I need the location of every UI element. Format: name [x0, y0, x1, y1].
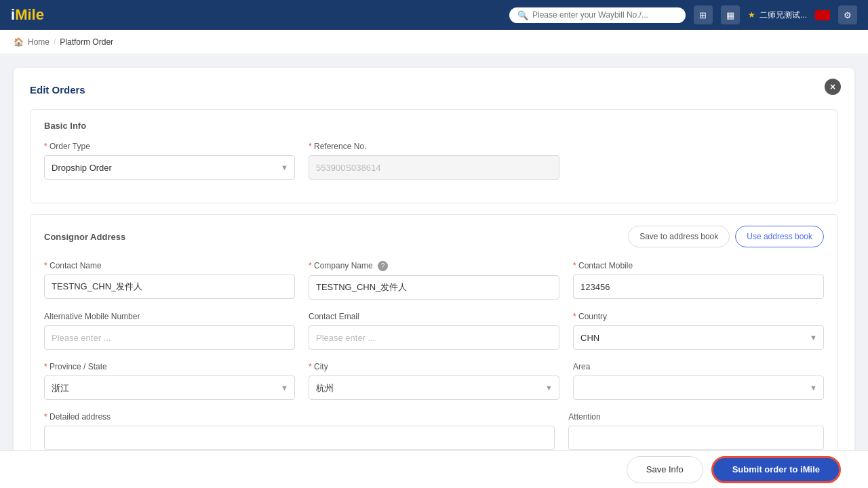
area-label: Area — [573, 362, 824, 371]
area-select[interactable] — [573, 375, 824, 400]
company-help-icon[interactable]: ? — [378, 261, 388, 271]
breadcrumb: 🏠 Home / Platform Order — [0, 30, 868, 54]
contact-mobile-input[interactable] — [573, 274, 824, 299]
province-select-wrapper: 浙江 ▼ — [44, 375, 295, 400]
search-input[interactable] — [532, 10, 677, 20]
edit-orders-card: Edit Orders × Basic Info Order Type Drop… — [14, 68, 854, 488]
city-select[interactable]: 杭州 — [309, 375, 559, 400]
city-label: City — [309, 362, 559, 371]
detailed-address-label: Detailed address — [44, 412, 555, 422]
consignor-header: Consignor Address Save to address book U… — [44, 226, 824, 247]
breadcrumb-current: Platform Order — [60, 37, 113, 47]
company-name-input[interactable] — [309, 275, 559, 300]
address-buttons: Save to address book Use address book — [628, 226, 824, 247]
detailed-address-input[interactable] — [44, 426, 555, 450]
basic-info-section: Basic Info Order Type Dropship Order Sta… — [30, 109, 838, 203]
country-group: Country CHN USA GBR ▼ — [573, 312, 824, 350]
consignor-section: Consignor Address Save to address book U… — [30, 214, 838, 474]
notification-icon[interactable]: ⊞ — [694, 5, 713, 24]
alt-mobile-group: Alternative Mobile Number — [44, 312, 295, 350]
language-flag[interactable] — [815, 10, 830, 20]
detailed-address-group: Detailed address — [44, 412, 555, 450]
search-icon: 🔍 — [517, 10, 528, 20]
city-group: City 杭州 ▼ — [309, 362, 559, 400]
contact-email-group: Contact Email — [309, 312, 559, 350]
search-bar: 🔍 — [509, 7, 686, 23]
alt-mobile-label: Alternative Mobile Number — [44, 312, 295, 321]
contact-name-group: Contact Name — [44, 261, 295, 300]
contact-email-input[interactable] — [309, 325, 559, 350]
basic-info-title: Basic Info — [44, 121, 824, 131]
company-name-group: Company Name ? — [309, 261, 559, 300]
attention-input[interactable] — [568, 426, 824, 450]
area-group: Area ▼ — [573, 362, 824, 400]
city-select-wrapper: 杭州 ▼ — [309, 375, 559, 400]
order-type-select-wrapper: Dropship Order Standard Order ▼ — [44, 155, 295, 180]
breadcrumb-home[interactable]: Home — [28, 37, 50, 47]
user-profile[interactable]: ★ 二师兄测试... — [748, 9, 807, 21]
contact-mobile-group: Contact Mobile — [573, 261, 824, 300]
logo: iMile — [11, 6, 44, 24]
star-icon: ★ — [748, 10, 755, 20]
app-header: iMile 🔍 ⊞ ▦ ★ 二师兄测试... ⚙ — [0, 0, 868, 30]
home-icon: 🏠 — [14, 37, 24, 47]
breadcrumb-separator: / — [54, 37, 56, 47]
country-select-wrapper: CHN USA GBR ▼ — [573, 325, 824, 350]
main-content: Edit Orders × Basic Info Order Type Drop… — [0, 54, 868, 488]
user-name: 二师兄测试... — [760, 9, 807, 21]
order-type-group: Order Type Dropship Order Standard Order… — [44, 142, 295, 180]
logo-mile: Mile — [15, 6, 44, 23]
submit-order-button[interactable]: Submit order to iMile — [711, 456, 841, 483]
country-select[interactable]: CHN USA GBR — [573, 325, 824, 350]
contact-name-label: Contact Name — [44, 261, 295, 270]
consignor-title: Consignor Address — [44, 232, 125, 242]
footer-bar: Save Info Submit order to iMile — [0, 450, 868, 488]
consignor-row-1: Contact Name Company Name ? Contact Mobi… — [44, 261, 824, 300]
province-group: Province / State 浙江 ▼ — [44, 362, 295, 400]
alt-mobile-input[interactable] — [44, 325, 295, 350]
province-select[interactable]: 浙江 — [44, 375, 295, 400]
use-address-button[interactable]: Use address book — [735, 226, 824, 247]
save-info-button[interactable]: Save Info — [627, 456, 703, 483]
consignor-row-4: Detailed address Attention — [44, 412, 824, 450]
company-name-label: Company Name ? — [309, 261, 559, 271]
spacer-group — [573, 142, 824, 180]
order-type-label: Order Type — [44, 142, 295, 151]
consignor-row-3: Province / State 浙江 ▼ City 杭州 ▼ — [44, 362, 824, 400]
close-button[interactable]: × — [825, 79, 841, 95]
reference-no-label: Reference No. — [309, 142, 559, 151]
consignor-row-2: Alternative Mobile Number Contact Email … — [44, 312, 824, 350]
attention-group: Attention — [568, 412, 824, 450]
contact-name-input[interactable] — [44, 274, 295, 299]
country-label: Country — [573, 312, 824, 321]
contact-mobile-label: Contact Mobile — [573, 261, 824, 270]
reference-no-input[interactable] — [309, 155, 559, 180]
reference-no-group: Reference No. — [309, 142, 559, 180]
grid-icon[interactable]: ▦ — [721, 5, 740, 24]
contact-email-label: Contact Email — [309, 312, 559, 321]
province-label: Province / State — [44, 362, 295, 371]
save-address-button[interactable]: Save to address book — [628, 226, 730, 247]
area-select-wrapper: ▼ — [573, 375, 824, 400]
attention-label: Attention — [568, 412, 824, 422]
order-type-select[interactable]: Dropship Order Standard Order — [44, 155, 295, 180]
page-title: Edit Orders — [30, 84, 838, 96]
settings-icon[interactable]: ⚙ — [838, 5, 857, 24]
header-right: 🔍 ⊞ ▦ ★ 二师兄测试... ⚙ — [509, 5, 857, 24]
order-type-row: Order Type Dropship Order Standard Order… — [44, 142, 824, 180]
